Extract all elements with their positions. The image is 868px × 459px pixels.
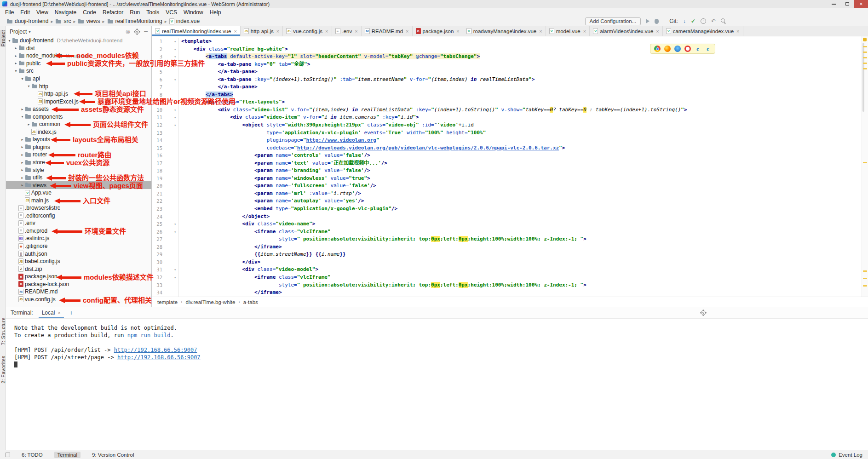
collapsed-arrow-icon[interactable]: ▸ bbox=[20, 138, 25, 142]
tree-item-node_modules[interactable]: ▸node_moduleslibrary root bbox=[6, 52, 151, 60]
minimize-panel-icon[interactable]: ─ bbox=[712, 310, 716, 316]
tree-item-http-api.js[interactable]: JShttp-api.js bbox=[6, 90, 151, 98]
edge-icon[interactable]: e bbox=[705, 46, 711, 52]
editor-tab-9[interactable]: VcameraManage\index.vue× bbox=[663, 26, 743, 36]
code-line-19[interactable]: 19 <param name='windowless' value="true"… bbox=[152, 175, 862, 183]
fold-icon[interactable]: ▾ bbox=[174, 229, 176, 236]
code-line-9[interactable]: 9▾ <div class="flex-layouts"> bbox=[152, 98, 862, 106]
tree-item-App.vue[interactable]: VApp.vue bbox=[6, 189, 151, 197]
scrollbar-thumb[interactable] bbox=[862, 43, 864, 112]
code-line-33[interactable]: 33 style=" position:absolute;visibility:… bbox=[152, 281, 862, 289]
warning-marker[interactable] bbox=[863, 46, 867, 47]
code-line-14[interactable]: 14 pluginspage="http://www.videolan.org" bbox=[152, 137, 862, 144]
locate-file-icon[interactable]: ◎ bbox=[126, 29, 131, 34]
expanded-arrow-icon[interactable]: ▾ bbox=[26, 84, 31, 88]
tree-item-src[interactable]: ▾src bbox=[6, 67, 151, 75]
close-tab-icon[interactable]: × bbox=[325, 29, 328, 34]
collapsed-arrow-icon[interactable]: ▸ bbox=[20, 145, 25, 149]
tree-item-babel.config.js[interactable]: JSbabel.config.js bbox=[6, 258, 151, 265]
tree-item-package-lock.json[interactable]: npackage-lock.json bbox=[6, 281, 151, 288]
tree-item-utils[interactable]: ▸utils bbox=[6, 174, 151, 182]
inspection-indicator[interactable] bbox=[863, 38, 867, 41]
fold-icon[interactable]: ▾ bbox=[174, 266, 176, 274]
code-line-13[interactable]: 13 type='application/x-vlc-plugin' event… bbox=[152, 129, 862, 137]
fold-icon[interactable]: ▾ bbox=[174, 274, 176, 282]
expanded-arrow-icon[interactable]: ▾ bbox=[7, 39, 12, 43]
terminal-tab-local[interactable]: Local × bbox=[39, 307, 64, 318]
fold-icon[interactable]: ▾ bbox=[174, 99, 176, 107]
collapsed-arrow-icon[interactable]: ▸ bbox=[20, 176, 25, 180]
code-line-26[interactable]: 26▾ <iframe class="vlcIframe" bbox=[152, 228, 862, 236]
tree-item-common[interactable]: ▸common bbox=[6, 120, 151, 128]
warning-marker[interactable] bbox=[863, 68, 867, 69]
collapsed-arrow-icon[interactable]: ▸ bbox=[26, 122, 31, 126]
expanded-arrow-icon[interactable]: ▾ bbox=[20, 115, 25, 119]
statusbar-terminal[interactable]: Terminal bbox=[54, 452, 80, 458]
new-terminal-icon[interactable]: + bbox=[69, 309, 73, 316]
terminal-settings-icon[interactable] bbox=[701, 310, 706, 315]
code-line-34[interactable]: 34 </iframe> bbox=[152, 289, 862, 297]
tree-item-dist[interactable]: ▸dist bbox=[6, 45, 151, 52]
maximize-button[interactable] bbox=[840, 0, 854, 8]
code-line-18[interactable]: 18 <param name='branding' value='false'/… bbox=[152, 167, 862, 175]
code-line-2[interactable]: 2▾ <div class="realTime bg-white"> bbox=[152, 46, 862, 53]
tree-item-plugins[interactable]: ▸plugins bbox=[6, 143, 151, 151]
code-line-16[interactable]: 16 <param name='controls' value='false'/… bbox=[152, 152, 862, 160]
chevron-down-icon[interactable]: ▾ bbox=[29, 29, 31, 34]
collapsed-arrow-icon[interactable]: ▸ bbox=[13, 61, 18, 65]
code-line-1[interactable]: 1▾<template> bbox=[152, 38, 862, 46]
editor-tab-4[interactable]: MREADME.md× bbox=[362, 26, 413, 36]
code-editor[interactable]: 1▾<template>2▾ <div class="realTime bg-w… bbox=[152, 36, 862, 297]
firefox-icon[interactable] bbox=[664, 46, 671, 52]
editor-breadcrumb-item[interactable]: a-tabs bbox=[243, 299, 258, 305]
editor-tab-2[interactable]: JSvue.config.js× bbox=[283, 26, 332, 36]
warning-marker[interactable] bbox=[863, 63, 867, 64]
rollback-icon[interactable]: ↶ bbox=[711, 18, 716, 24]
code-line-6[interactable]: 6▾ <a-tab-pane :key="(index+1).toString(… bbox=[152, 76, 862, 84]
tree-item-vue.config.js[interactable]: JSvue.config.js bbox=[6, 296, 151, 304]
terminal-link[interactable]: http://192.168.66.56:9007 bbox=[114, 347, 197, 353]
add-configuration-button[interactable]: Add Configuration... bbox=[585, 17, 641, 25]
fold-icon[interactable]: ▾ bbox=[174, 76, 176, 84]
tree-item-views[interactable]: ▸views bbox=[6, 181, 151, 189]
close-tab-icon[interactable]: × bbox=[736, 29, 739, 34]
tree-item-package.json[interactable]: npackage.json bbox=[6, 273, 151, 281]
tree-item-README.md[interactable]: MREADME.md bbox=[6, 288, 151, 296]
settings-gear-icon[interactable] bbox=[135, 29, 139, 34]
history-icon[interactable] bbox=[701, 18, 706, 24]
tree-item-duoji-frontend[interactable]: ▾duoji-frontendD:\zheheWeb\duoji-fronten… bbox=[6, 37, 151, 45]
event-log-button[interactable]: Event Log bbox=[831, 452, 862, 458]
tree-item-http[interactable]: ▾http bbox=[6, 82, 151, 90]
editor-breadcrumb-item[interactable]: div.realTime.bg-white bbox=[185, 299, 235, 305]
editor-tab-0[interactable]: VrealTimeMonitoring\index.vue× bbox=[152, 26, 241, 36]
code-line-30[interactable]: 30 </div> bbox=[152, 258, 862, 266]
menu-refactor[interactable]: Refactor bbox=[99, 9, 126, 16]
code-line-4[interactable]: 4▾ <a-tab-pane key="0" tab="全部"> bbox=[152, 61, 862, 69]
code-line-15[interactable]: 15 codebase="http://downloads.videolan.o… bbox=[152, 144, 862, 152]
code-line-27[interactable]: 27 style=" position:absolute;visibility:… bbox=[152, 235, 862, 243]
debug-icon[interactable] bbox=[655, 19, 659, 24]
tree-item-.env.prod[interactable]: ≡.env.prod bbox=[6, 227, 151, 235]
editor-tab-7[interactable]: Vmodel.vue× bbox=[546, 26, 590, 36]
tool-strip-project[interactable]: Project bbox=[0, 30, 6, 46]
code-line-28[interactable]: 28 </iframe> bbox=[152, 243, 862, 251]
editor-tab-5[interactable]: npackage.json× bbox=[413, 26, 463, 36]
code-line-20[interactable]: 20 <param name='fullscreen' value='false… bbox=[152, 182, 862, 190]
menu-window[interactable]: Window bbox=[180, 9, 207, 16]
tree-item-main.js[interactable]: JSmain.js bbox=[6, 196, 151, 204]
tool-strip-structure[interactable]: 7: Structure bbox=[0, 317, 6, 345]
fold-icon[interactable]: ▾ bbox=[174, 46, 176, 54]
close-tab-icon[interactable]: × bbox=[355, 29, 357, 34]
fold-icon[interactable]: ▾ bbox=[174, 221, 176, 229]
breadcrumb-item-src[interactable]: src bbox=[55, 18, 71, 24]
menu-vcs[interactable]: VCS bbox=[162, 9, 180, 16]
editor-tab-6[interactable]: VroadwayManage\index.vue× bbox=[463, 26, 546, 36]
code-line-25[interactable]: 25▾ <div class="video-name"> bbox=[152, 220, 862, 228]
code-line-7[interactable]: 7 </a-tab-pane> bbox=[152, 83, 862, 91]
menu-view[interactable]: View bbox=[33, 9, 52, 16]
collapsed-arrow-icon[interactable]: ▸ bbox=[13, 54, 18, 58]
code-line-24[interactable]: 24 </object> bbox=[152, 213, 862, 221]
tree-item-.browserslistrc[interactable]: ≡.browserslistrc bbox=[6, 204, 151, 212]
menu-help[interactable]: Help bbox=[207, 9, 224, 16]
safari-icon[interactable] bbox=[674, 46, 681, 52]
